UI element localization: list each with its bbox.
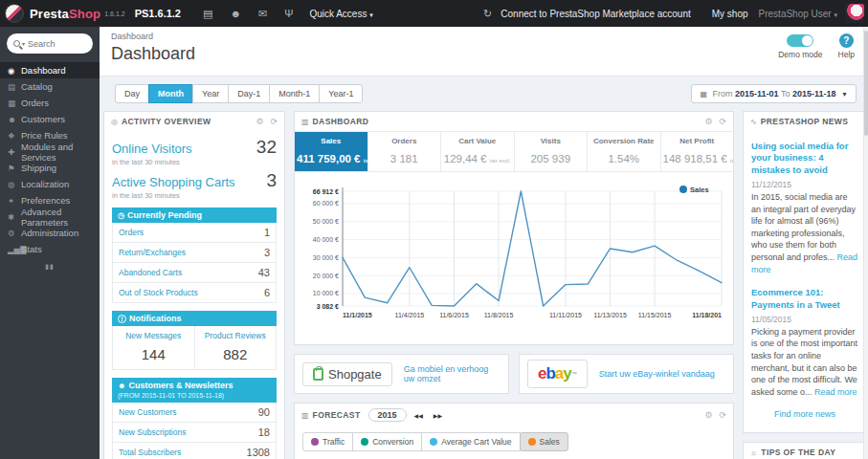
sidebar-item-orders[interactable]: ▦Orders — [0, 95, 100, 111]
sidebar-item-stats[interactable]: ▂▅▇Stats — [0, 241, 100, 257]
kpi-orders[interactable]: Orders3 181 — [367, 132, 441, 171]
gear-icon[interactable]: ⚙ — [704, 117, 712, 126]
breadcrumb[interactable]: Dashboard — [111, 32, 857, 41]
date-range-picker[interactable]: ▦ From 2015-11-01 To 2015-11-18 ▼ — [691, 84, 857, 103]
marketplace-link[interactable]: Connect to PrestaShop Marketplace accoun… — [501, 9, 690, 19]
chevron-down-icon[interactable]: ▾ — [22, 40, 25, 47]
administration-icon: ⚙ — [8, 229, 21, 238]
sidebar-item-administration[interactable]: ⚙Administration — [0, 225, 100, 241]
user-menu[interactable]: PrestaShop User ▾ — [759, 9, 837, 19]
active-carts-value: 3 — [266, 170, 277, 191]
cart-icon[interactable]: ▤ — [203, 8, 212, 20]
messages-icon[interactable]: ✉ — [258, 8, 267, 20]
trophy-icon[interactable]: Ψ — [284, 8, 293, 19]
sidebar-item-modules[interactable]: ✚Modules and Services — [0, 143, 100, 160]
kpi-sales[interactable]: Sales411 759,00 € tax excl. — [295, 132, 367, 171]
shop-name[interactable]: PS1.6.1.2 — [135, 8, 181, 19]
customers-icon[interactable]: ☻ — [230, 8, 241, 19]
ebay-link[interactable]: Start uw eBay-winkel vandaag — [599, 369, 715, 379]
online-visitors-link[interactable]: Online Visitors — [112, 142, 192, 156]
cart-icon: ▥ — [301, 411, 309, 420]
news-article-title[interactable]: Ecommerce 101: Payments in a Tweet — [751, 287, 858, 311]
news-article-date: 11/05/2015 — [751, 315, 858, 324]
marketplace-icon: ↻ — [483, 8, 492, 20]
legend-conversion-button[interactable]: Conversion — [352, 432, 422, 451]
pending-row-abandoned-carts: Abandoned Carts43 — [112, 263, 277, 283]
forecast-year[interactable]: 2015 — [368, 408, 407, 422]
range-day-button[interactable]: Day — [115, 84, 149, 103]
shopgate-link[interactable]: Ga mobiel en verhoog uw omzet — [404, 364, 501, 383]
news-article-body: Picking a payment provider is one of the… — [751, 326, 858, 399]
sidebar-item-advanced-parameters[interactable]: ✱Advanced Parameters — [0, 208, 100, 225]
shipping-icon: ⚑ — [8, 164, 21, 173]
svg-text:60 000 €: 60 000 € — [313, 200, 339, 207]
calendar-icon: ▦ — [700, 90, 707, 98]
currently-pending-header: ◷Currently Pending — [112, 208, 277, 223]
sidebar-item-customers[interactable]: ☻Customers — [0, 111, 100, 127]
range-month-button[interactable]: Month — [148, 84, 193, 103]
page-header: Dashboard Dashboard Demo mode ? Help — [100, 27, 868, 76]
conversion-dot-icon — [361, 438, 368, 446]
refresh-icon[interactable]: ⟳ — [719, 410, 726, 420]
kpi-conversion-rate[interactable]: Conversion Rate1.54% — [587, 132, 660, 171]
scrollbar[interactable] — [863, 27, 868, 459]
kpi-cart-value[interactable]: Cart Value129,44 € tax excl. — [440, 132, 514, 171]
forecast-next-button[interactable]: ▶▶ — [431, 410, 445, 421]
gear-icon[interactable]: ⚙ — [256, 117, 263, 126]
sidebar-item-dashboard[interactable]: ◉Dashboard — [0, 62, 100, 78]
sidebar-search[interactable]: ▾ — [7, 33, 93, 54]
kpi-net-profit[interactable]: Net Profit148 918,51 € tax excl. — [660, 132, 734, 171]
news-article-title[interactable]: Using social media for your business: 4 … — [751, 141, 858, 176]
my-shop-link[interactable]: My shop — [712, 9, 748, 19]
news-article-body: In 2015, social media are an integral pa… — [751, 191, 858, 275]
online-visitors-value: 32 — [256, 137, 277, 158]
customers-icon: ☻ — [8, 115, 21, 124]
new-messages-cell[interactable]: New Messages144 — [112, 326, 195, 370]
product-reviews-cell[interactable]: Product Reviews882 — [195, 326, 278, 370]
date-range-toolbar: Day Month Year Day-1 Month-1 Year-1 ▦ Fr… — [100, 76, 868, 109]
demo-mode-toggle[interactable] — [787, 34, 813, 47]
pending-row-orders: Orders1 — [112, 223, 277, 243]
sidebar-item-localization[interactable]: ◍Localization — [0, 176, 100, 192]
help-icon[interactable]: ? — [839, 33, 854, 48]
legend-average-cart-value-button[interactable]: Average Cart Value — [421, 432, 520, 451]
customers-row-new-subscriptions: New Subscriptions18 — [112, 423, 277, 443]
refresh-icon[interactable]: ⟳ — [719, 117, 726, 126]
svg-text:11/13/2015: 11/13/2015 — [593, 312, 627, 318]
range-month-1-button[interactable]: Month-1 — [269, 84, 320, 103]
find-more-news-link[interactable]: Find more news — [751, 409, 858, 419]
online-visitors-sub: in the last 30 minutes — [112, 158, 277, 166]
sidebar-item-catalog[interactable]: ▤Catalog — [0, 78, 100, 95]
scrollbar-thumb[interactable] — [864, 31, 868, 136]
legend-sales-button[interactable]: Sales — [520, 432, 568, 451]
quick-access-menu[interactable]: Quick Access ▾ — [309, 9, 372, 19]
activity-panel-title: ACTIVITY OVERVIEW — [122, 117, 211, 126]
sidebar-collapse-button[interactable]: ▮▮ — [0, 263, 100, 271]
search-input[interactable] — [28, 39, 83, 49]
read-more-link[interactable]: Read more — [814, 387, 857, 397]
legend-traffic-button[interactable]: Traffic — [302, 432, 353, 451]
user-avatar[interactable] — [845, 4, 864, 23]
orders-icon: ▦ — [8, 98, 21, 108]
pending-row-returns: Return/Exchanges3 — [112, 243, 277, 263]
activity-overview-panel: ◎ ACTIVITY OVERVIEW ⚙⟳ Online Visitors32… — [103, 111, 285, 459]
refresh-icon[interactable]: ⟳ — [270, 117, 278, 126]
forecast-prev-button[interactable]: ◀◀ — [412, 410, 426, 421]
sales-chart: 66 912 €60 000 €50 000 €40 000 €30 000 €… — [302, 178, 727, 337]
gear-icon[interactable]: ⚙ — [704, 410, 712, 420]
ebay-logo[interactable]: ebay™ — [527, 360, 588, 388]
dashboard-icon: ◉ — [8, 66, 21, 76]
clock-icon: ◷ — [118, 211, 124, 220]
range-year-1-button[interactable]: Year-1 — [319, 84, 363, 103]
svg-text:11/4/2015: 11/4/2015 — [395, 312, 425, 318]
range-day-1-button[interactable]: Day-1 — [228, 84, 270, 103]
topbar: PrestaShop 1.6.1.2 PS1.6.1.2 ▤ ☻ ✉ Ψ Qui… — [0, 0, 868, 27]
sidebar-item-shipping[interactable]: ⚑Shipping — [0, 160, 100, 176]
page-title: Dashboard — [111, 44, 857, 64]
range-year-button[interactable]: Year — [192, 84, 229, 103]
shopgate-logo[interactable]: Shopgate — [302, 362, 392, 386]
kpi-visits[interactable]: Visits205 939 — [514, 132, 588, 171]
help-control: ? Help — [838, 33, 855, 59]
price-rules-icon: ❖ — [8, 131, 21, 141]
active-carts-link[interactable]: Active Shopping Carts — [112, 175, 235, 189]
